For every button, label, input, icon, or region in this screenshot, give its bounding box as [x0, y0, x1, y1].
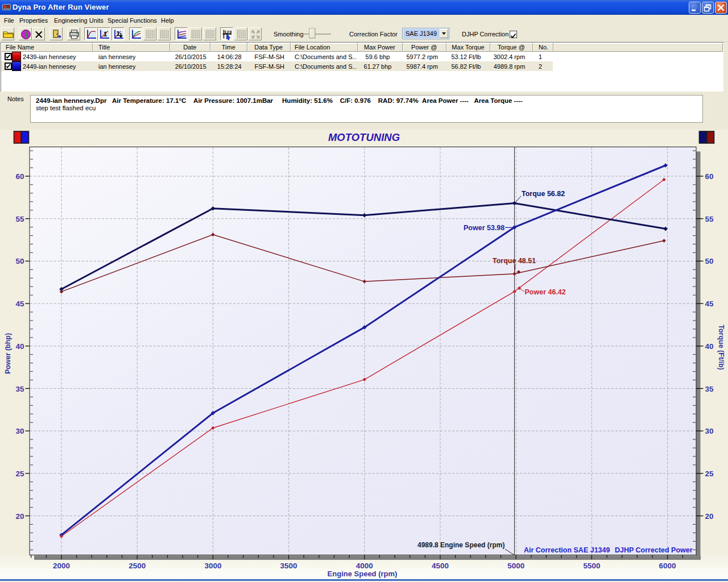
svg-text:4500: 4500: [432, 562, 449, 570]
svg-text:60: 60: [15, 172, 24, 181]
svg-text:50: 50: [15, 257, 24, 265]
svg-text:40: 40: [15, 342, 24, 351]
svg-text:Power 46.42: Power 46.42: [525, 288, 566, 296]
svg-text:55: 55: [705, 215, 714, 223]
svg-text:35: 35: [705, 385, 714, 393]
svg-text:Torque 48.51: Torque 48.51: [493, 257, 536, 265]
svg-text:50: 50: [705, 257, 714, 265]
svg-text:45: 45: [705, 300, 714, 308]
svg-text:Torque (Ft/lb): Torque (Ft/lb): [717, 325, 725, 370]
svg-text:DJHP Corrected Power: DJHP Corrected Power: [615, 546, 693, 554]
svg-text:45: 45: [15, 300, 24, 308]
svg-text:2500: 2500: [129, 562, 146, 570]
svg-text:3000: 3000: [204, 562, 221, 570]
svg-text:25: 25: [705, 469, 714, 478]
svg-text:Power 53.98: Power 53.98: [464, 224, 504, 232]
svg-text:30: 30: [15, 427, 24, 435]
svg-text:4989.8 Engine Speed (rpm): 4989.8 Engine Speed (rpm): [417, 541, 504, 549]
svg-text:5000: 5000: [507, 562, 524, 570]
svg-text:Engine Speed (rpm): Engine Speed (rpm): [328, 569, 398, 578]
svg-text:35: 35: [15, 385, 24, 393]
svg-text:30: 30: [705, 427, 714, 435]
svg-text:55: 55: [15, 215, 24, 223]
svg-text:1: 1: [104, 31, 107, 38]
svg-text:1: 1: [117, 30, 120, 37]
svg-text:Power (bhp): Power (bhp): [4, 333, 12, 374]
svg-text:2000: 2000: [53, 562, 70, 570]
svg-text:5500: 5500: [583, 562, 600, 570]
svg-text:MOTOTUNING: MOTOTUNING: [328, 131, 400, 143]
svg-text:20: 20: [15, 512, 24, 521]
svg-text:60: 60: [705, 172, 714, 181]
svg-text:3500: 3500: [280, 562, 297, 570]
svg-text:4000: 4000: [356, 562, 373, 570]
svg-text:Torque 56.82: Torque 56.82: [522, 190, 565, 198]
svg-text:6000: 6000: [659, 562, 676, 570]
svg-text:Air Correction SAE J1349: Air Correction SAE J1349: [524, 546, 610, 554]
svg-text:20: 20: [705, 512, 714, 521]
svg-text:40: 40: [705, 342, 714, 351]
svg-text:25: 25: [15, 469, 24, 478]
svg-text:123: 123: [224, 30, 232, 35]
